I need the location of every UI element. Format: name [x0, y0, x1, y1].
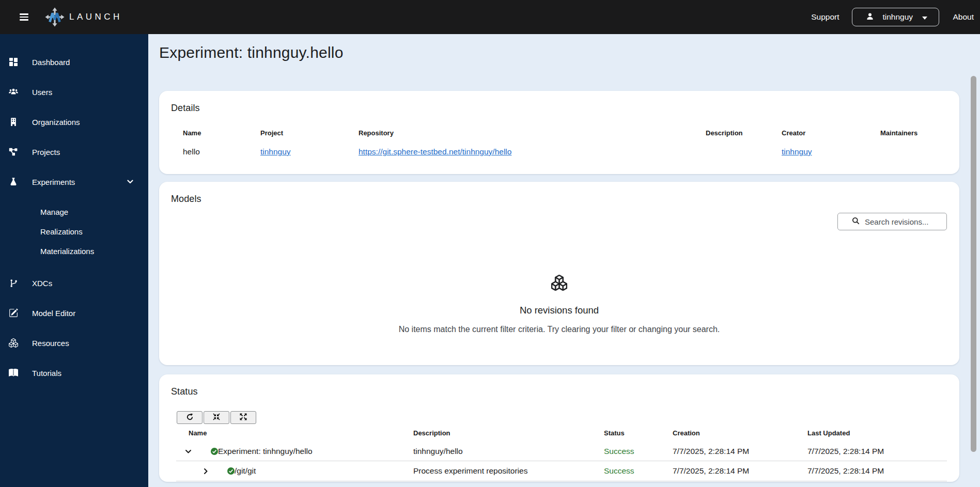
status-table: Name Description Status Creation Last Up…: [176, 424, 947, 481]
refresh-button[interactable]: [177, 411, 203, 424]
column-header-repository: Repository: [359, 129, 706, 137]
status-row-experiment: Experiment: tinhnguy/hello tinhnguy/hell…: [176, 442, 947, 461]
refresh-icon: [186, 413, 194, 422]
main-content: Experiment: tinhnguy.hello Details Name …: [148, 34, 980, 487]
sidebar-item-manage[interactable]: Manage: [0, 202, 148, 222]
sidebar-item-organizations[interactable]: Organizations: [0, 107, 148, 137]
boxes-icon: [9, 338, 18, 348]
user-icon: [866, 12, 874, 22]
status-toolbar: [177, 411, 256, 424]
scrollbar-thumb[interactable]: [971, 76, 976, 452]
sidebar-item-label: Projects: [32, 148, 60, 156]
status-row-creation: 7/7/2025, 2:28:14 PM: [673, 466, 807, 476]
chevron-down-icon: [922, 13, 927, 21]
status-row-creation: 7/7/2025, 2:28:14 PM: [673, 447, 807, 456]
sidebar-item-realizations[interactable]: Realizations: [0, 222, 148, 241]
success-check-icon: [211, 448, 218, 455]
details-card-title: Details: [171, 103, 200, 114]
users-icon: [9, 87, 18, 97]
status-card: Status: [159, 374, 959, 482]
status-card-title: Status: [171, 386, 198, 397]
models-empty-state: No revisions found No items match the cu…: [159, 182, 959, 334]
models-card: Models No revisions found No items match…: [159, 182, 959, 365]
sidebar-item-model-editor[interactable]: Model Editor: [0, 298, 148, 328]
sidebar-item-resources[interactable]: Resources: [0, 328, 148, 358]
sidebar-item-label: Organizations: [32, 118, 80, 127]
status-badge: Success: [604, 466, 673, 476]
status-row-description: Process experiment repositories: [413, 466, 604, 476]
empty-state-title: No revisions found: [159, 305, 959, 316]
column-header-creator: Creator: [782, 129, 880, 137]
sidebar-item-label: XDCs: [32, 279, 52, 288]
menu-toggle-button[interactable]: [20, 13, 28, 21]
sidebar-item-label: Tutorials: [32, 369, 61, 378]
empty-state-message: No items match the current filter criter…: [159, 325, 959, 334]
experiment-name-value: hello: [183, 147, 260, 156]
pencil-square-icon: [9, 308, 18, 318]
sidebar-item-tutorials[interactable]: Tutorials: [0, 358, 148, 388]
details-table-row: hello tinhnguy https://git.sphere-testbe…: [183, 147, 947, 156]
expand-icon: [240, 413, 247, 422]
success-check-icon: [227, 467, 235, 475]
row-expand-toggle[interactable]: [202, 467, 209, 475]
column-header-creation: Creation: [673, 429, 807, 437]
collapse-icon: [213, 413, 220, 422]
top-bar: LAUNCH Support tinhnguy About: [0, 0, 980, 34]
sidebar-item-label: Model Editor: [32, 309, 75, 318]
dashboard-icon: [9, 57, 18, 67]
sidebar-item-projects[interactable]: Projects: [0, 137, 148, 167]
column-header-maintainers: Maintainers: [880, 129, 947, 137]
status-row-name: /git/git: [235, 466, 256, 476]
row-collapse-toggle[interactable]: [184, 448, 192, 455]
project-diagram-icon: [9, 147, 18, 156]
sidebar-item-xdcs[interactable]: XDCs: [0, 268, 148, 298]
support-link[interactable]: Support: [811, 12, 839, 22]
project-link[interactable]: tinhnguy: [260, 147, 291, 156]
launch-logo-icon: [45, 7, 65, 27]
flask-icon: [9, 177, 18, 186]
details-card: Details Name Project Repository Descript…: [159, 91, 959, 174]
column-header-status: Status: [604, 429, 673, 437]
about-link[interactable]: About: [953, 12, 974, 22]
page-title: Experiment: tinhnguy.hello: [159, 43, 344, 62]
chevron-down-icon: [127, 180, 133, 184]
sidebar-nav: Dashboard Users: [0, 34, 148, 388]
column-header-project: Project: [260, 129, 359, 137]
boxes-icon: [159, 275, 959, 293]
sidebar: Dashboard Users: [0, 34, 148, 487]
status-badge: Success: [604, 447, 673, 456]
status-row-description: tinhnguy/hello: [413, 447, 604, 456]
sidebar-item-materializations[interactable]: Materializations: [0, 241, 148, 261]
sidebar-item-dashboard[interactable]: Dashboard: [0, 47, 148, 77]
column-header-last-updated: Last Updated: [807, 429, 947, 437]
user-menu-button[interactable]: tinhnguy: [852, 8, 939, 26]
details-table: Name Project Repository Description Crea…: [183, 129, 947, 156]
details-table-header: Name Project Repository Description Crea…: [183, 129, 947, 137]
brand[interactable]: LAUNCH: [45, 7, 122, 27]
experiments-submenu: Manage Realizations Materializations: [0, 202, 148, 261]
status-row-last-updated: 7/7/2025, 2:28:14 PM: [807, 447, 947, 456]
sidebar-item-experiments[interactable]: Experiments: [0, 167, 148, 197]
repository-link[interactable]: https://git.sphere-testbed.net/tinhnguy/…: [359, 147, 511, 156]
brand-text: LAUNCH: [69, 12, 122, 22]
book-icon: [9, 368, 18, 378]
sidebar-item-label: Experiments: [32, 178, 75, 186]
building-icon: [9, 117, 18, 127]
column-header-description: Description: [706, 129, 782, 137]
status-row-git: /git/git Process experiment repositories…: [176, 461, 947, 481]
git-branch-icon: [9, 278, 18, 288]
expand-all-button[interactable]: [230, 411, 256, 424]
collapse-all-button[interactable]: [204, 411, 229, 424]
sidebar-item-label: Users: [32, 88, 52, 97]
top-nav: Support tinhnguy About: [811, 8, 974, 26]
sidebar-item-label: Dashboard: [32, 58, 70, 67]
sidebar-item-label: Resources: [32, 339, 69, 348]
status-table-header: Name Description Status Creation Last Up…: [176, 424, 947, 442]
creator-link[interactable]: tinhnguy: [782, 147, 812, 156]
column-header-description: Description: [413, 429, 604, 437]
status-row-last-updated: 7/7/2025, 2:28:14 PM: [807, 466, 947, 476]
column-header-name: Name: [183, 129, 260, 137]
column-header-name: Name: [176, 429, 413, 437]
user-name: tinhnguy: [882, 12, 913, 22]
sidebar-item-users[interactable]: Users: [0, 77, 148, 107]
